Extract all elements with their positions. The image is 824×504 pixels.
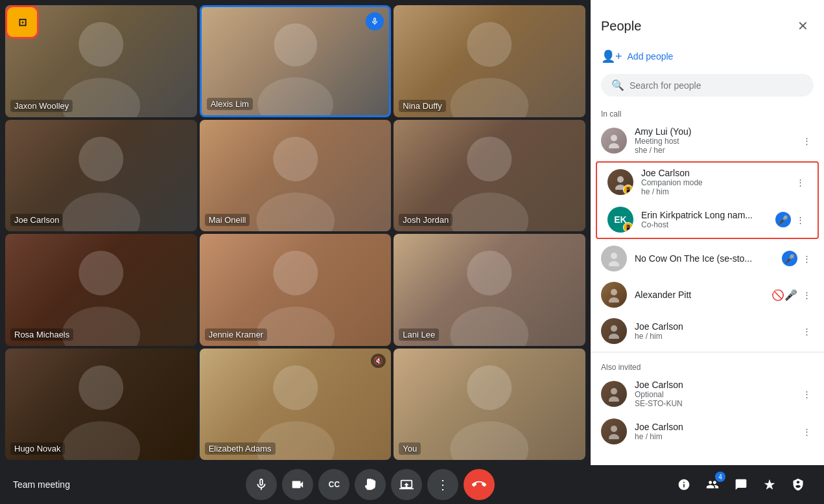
svg-point-11 [256,192,335,231]
people-button[interactable]: 4 [700,472,725,498]
camera-button[interactable] [282,469,313,500]
video-tile-josh: Josh Jordan [394,120,585,232]
video-tile-alexis: Alexis Lim [200,5,392,117]
svg-point-27 [609,143,619,148]
more-options-erin[interactable]: ⋮ [794,212,807,227]
mic-muted-alex: 🚫🎤 [771,289,797,301]
video-tile-mai: Mai Oneill [200,120,392,232]
person-item-joe-companion[interactable]: 📱 Joe Carlson Companion mode he / him ⋮ [597,163,818,201]
end-call-button[interactable] [464,469,495,500]
mic-active-erin: 🎤 [775,212,791,227]
person-item-amy[interactable]: Amy Lui (You) Meeting host she / her ⋮ [591,121,824,160]
safety-button[interactable] [785,472,811,498]
avatar-joe-companion: 📱 [607,169,633,195]
search-people-input[interactable] [630,80,803,91]
video-tile-lani: Lani Lee [394,234,585,346]
svg-point-31 [609,261,619,266]
svg-point-7 [451,78,529,117]
more-options-joe-inv2[interactable]: ⋮ [800,424,814,439]
more-options-amy[interactable]: ⋮ [800,133,814,148]
svg-point-34 [611,325,617,332]
person-info-nocow: No Cow On The Ice (se-sto... [635,253,774,264]
person-item-nocow[interactable]: No Cow On The Ice (se-sto... 🎤 ⋮ [591,240,824,277]
svg-point-3 [62,78,140,117]
person-actions-joe-inv: ⋮ [800,387,814,402]
close-people-panel-button[interactable]: ✕ [792,13,814,39]
person-info-joe2: Joe Carlson he / him [635,321,792,341]
svg-point-5 [257,77,333,115]
person-actions-joe-companion: ⋮ [794,175,807,190]
more-options-joe-companion[interactable]: ⋮ [794,175,807,190]
svg-point-10 [273,136,318,181]
mic-button[interactable] [246,469,277,500]
svg-point-15 [62,306,140,345]
add-people-button[interactable]: 👤+ Add people [591,44,824,69]
person-actions-alex: 🚫🎤 ⋮ [771,288,814,303]
person-item-joe-inv2[interactable]: Joe Carlson he / him ⋮ [591,413,824,450]
svg-point-8 [78,136,123,181]
svg-point-20 [78,365,123,409]
activities-button[interactable] [757,472,783,498]
person-name-joe-companion: Joe Carlson [641,168,786,178]
avatar-amy [601,128,627,154]
svg-point-16 [273,251,318,295]
svg-point-9 [62,192,140,231]
svg-point-26 [611,135,617,141]
tile-name-lani: Lani Lee [399,328,439,341]
person-sub-erin: Co-host [641,220,768,229]
avatar-nocow [601,246,627,271]
svg-point-35 [609,334,619,339]
svg-point-12 [467,136,512,181]
more-options-button[interactable]: ⋮ [427,469,458,500]
person-item-alex[interactable]: Alexander Pitt 🚫🎤 ⋮ [591,277,824,313]
avatar-alex [601,282,627,308]
present-button[interactable] [391,469,422,500]
person-pronoun-joe-inv2: he / him [635,432,792,441]
person-sub-joe-companion: Companion mode [641,178,786,187]
video-tile-jennie: Jennie Kramer [200,234,392,346]
divider [591,352,824,352]
chat-button[interactable] [728,472,754,498]
video-tile-hugo: Hugo Novak [5,349,197,461]
video-grid: Jaxon Woolley Alexis Lim Nina Duffy Joe … [0,0,591,465]
people-list: In call Amy Lui (You) Meeting host she /… [591,102,824,465]
avatar-erin: EK 📱 [607,207,633,233]
video-tile-joe: Joe Carlson [5,120,197,232]
tile-name-you: You [399,442,421,455]
erin-companion-badge: 📱 [623,222,633,233]
svg-point-33 [609,297,619,303]
person-item-joe-inv[interactable]: Joe Carlson Optional SE-STO-KUN ⋮ [591,374,824,413]
avatar-joe-inv2 [601,418,627,444]
person-actions-joe2: ⋮ [800,324,814,339]
person-name-erin: Erin Kirkpatrick Long nam... [641,210,768,220]
person-info-joe-companion: Joe Carlson Companion mode he / him [641,168,786,196]
avatar-joe-inv [601,381,627,407]
person-name-amy: Amy Lui (You) [635,126,792,137]
more-options-nocow[interactable]: ⋮ [800,251,814,266]
tile-name-alexis: Alexis Lim [207,98,253,110]
person-pronoun-joe2: he / him [635,332,792,341]
person-sub-joe-inv: Optional [635,390,792,399]
tile-name-mai: Mai Oneill [205,214,250,226]
search-box[interactable]: 🔍 [601,74,814,97]
svg-point-18 [467,251,512,295]
person-item-erin[interactable]: EK 📱 Erin Kirkpatrick Long nam... Co-hos… [597,201,818,238]
person-item-joe2[interactable]: Joe Carlson he / him ⋮ [591,313,824,349]
person-pronoun-joe-companion: he / him [641,187,786,196]
svg-point-39 [609,434,619,439]
add-person-icon: 👤+ [601,49,622,63]
more-options-alex[interactable]: ⋮ [800,288,814,303]
more-options-joe-inv[interactable]: ⋮ [800,387,814,402]
svg-point-36 [611,388,617,395]
person-name-joe2: Joe Carlson [635,321,792,332]
raise-hand-button[interactable] [355,469,386,500]
person-name-alex: Alexander Pitt [635,290,764,300]
info-button[interactable] [671,472,697,498]
person-actions-erin: 🎤 ⋮ [775,212,807,227]
video-tile-elizabeth: 🔇Elizabeth Adams [200,349,392,461]
more-options-joe2[interactable]: ⋮ [800,324,814,339]
person-name-nocow: No Cow On The Ice (se-sto... [635,253,774,264]
svg-point-6 [467,22,512,67]
captions-button[interactable]: CC [318,469,349,500]
svg-point-4 [274,23,317,67]
